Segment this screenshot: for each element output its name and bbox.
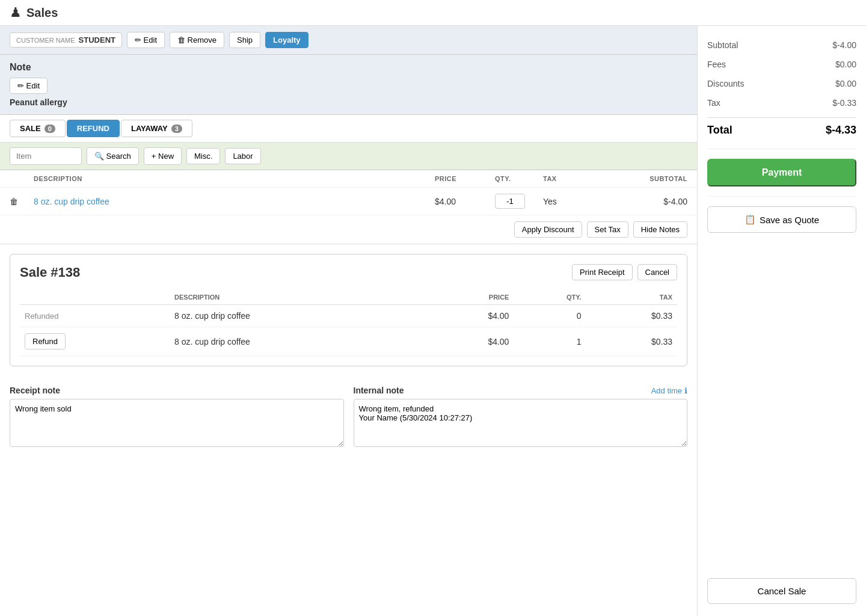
print-receipt-button[interactable]: Print Receipt — [572, 264, 632, 280]
add-time-label: Add time — [651, 386, 682, 395]
sale-row-qty-1: 0 — [514, 305, 586, 327]
summary-total: Total $-4.33 — [707, 117, 856, 139]
hide-notes-button[interactable]: Hide Notes — [633, 221, 687, 238]
sale-col-tax: TAX — [586, 290, 677, 305]
customer-name-badge: CUSTOMER NAME STUDENT — [10, 32, 122, 48]
remove-customer-button[interactable]: 🗑 Remove — [170, 32, 224, 48]
internal-note-box: Internal note Add time ℹ Wrong item, ref… — [354, 386, 688, 447]
item-price: $4.00 — [435, 197, 495, 206]
summary-subtotal: Subtotal $-4.00 — [707, 38, 856, 52]
table-row: 🗑 8 oz. cup drip coffee $4.00 Yes $-4.00 — [0, 188, 697, 215]
items-table-header: DESCRIPTION PRICE QTY. TAX SUBTOTAL — [0, 170, 697, 188]
summary-divider-2 — [707, 196, 856, 197]
discounts-label: Discounts — [707, 79, 744, 88]
note-content: Peanut allergy — [10, 97, 687, 107]
item-subtotal: $-4.00 — [615, 197, 687, 206]
fees-value: $0.00 — [835, 60, 856, 69]
app-header: ♟ Sales — [0, 0, 866, 26]
save-as-quote-button[interactable]: 📋 Save as Quote — [707, 206, 856, 233]
sale-col-price: PRICE — [423, 290, 514, 305]
sale-card: Sale #138 Print Receipt Cancel DESCRIPTI… — [10, 254, 687, 366]
quote-icon: 📋 — [745, 214, 756, 225]
item-search-input[interactable] — [10, 147, 82, 165]
sale-row-tax-2: $0.33 — [586, 327, 677, 356]
cancel-sale-button[interactable]: Cancel Sale — [707, 578, 856, 604]
new-item-button[interactable]: + New — [144, 147, 182, 165]
note-section: Note ✏ Edit Peanut allergy — [0, 55, 697, 115]
item-qty-cell — [495, 194, 543, 209]
spacer — [707, 238, 856, 573]
payment-button[interactable]: Payment — [707, 159, 856, 186]
sale-table-header-row: DESCRIPTION PRICE QTY. TAX — [20, 290, 677, 305]
sale-row-price-2: $4.00 — [423, 327, 514, 356]
internal-note-textarea[interactable]: Wrong item, refunded Your Name (5/30/202… — [354, 399, 688, 447]
sale-row-status-2: Refund — [20, 327, 170, 356]
save-quote-label: Save as Quote — [760, 215, 819, 225]
tax-label: Tax — [707, 98, 720, 108]
customer-name-label: CUSTOMER NAME — [16, 37, 75, 44]
edit-note-button[interactable]: ✏ Edit — [10, 78, 48, 94]
col-tax: TAX — [543, 175, 615, 182]
internal-note-title: Internal note — [354, 386, 404, 395]
receipt-note-box: Receipt note Wrong item sold — [10, 386, 344, 447]
loyalty-button[interactable]: Loyalty — [265, 32, 309, 48]
right-panel: Subtotal $-4.00 Fees $0.00 Discounts $0.… — [698, 26, 866, 616]
tab-sale-label: SALE — [20, 124, 41, 133]
notes-row: Receipt note Wrong item sold Internal no… — [0, 376, 697, 457]
subtotal-value: $-4.00 — [832, 40, 856, 50]
search-button[interactable]: 🔍 Search — [87, 147, 139, 165]
sale-row-qty-2: 1 — [514, 327, 586, 356]
total-value: $-4.33 — [826, 124, 856, 137]
discounts-value: $0.00 — [835, 79, 856, 88]
info-icon: ℹ — [684, 386, 687, 395]
col-description: DESCRIPTION — [34, 175, 435, 182]
tab-layaway-label: LAYAWAY — [131, 124, 168, 133]
sale-col-status — [20, 290, 170, 305]
summary-tax: Tax $-0.33 — [707, 96, 856, 110]
item-qty-input[interactable] — [495, 194, 525, 209]
add-time-link[interactable]: Add time ℹ — [651, 386, 687, 395]
sale-row-tax-1: $0.33 — [586, 305, 677, 327]
main-layout: CUSTOMER NAME STUDENT ✏ Edit 🗑 Remove Sh… — [0, 26, 866, 616]
tab-sale-badge: 0 — [45, 125, 55, 133]
sale-row-desc-2: 8 oz. cup drip coffee — [170, 327, 423, 356]
receipt-note-textarea[interactable]: Wrong item sold — [10, 399, 344, 447]
action-row: Apply Discount Set Tax Hide Notes — [0, 215, 697, 244]
sale-row-price-1: $4.00 — [423, 305, 514, 327]
subtotal-label: Subtotal — [707, 40, 738, 50]
total-label: Total — [707, 124, 732, 137]
tab-sale[interactable]: SALE 0 — [10, 120, 66, 137]
sale-row-status-refunded: Refunded — [20, 305, 170, 327]
refund-button[interactable]: Refund — [25, 333, 66, 350]
delete-item-button[interactable]: 🗑 — [10, 197, 34, 206]
item-description[interactable]: 8 oz. cup drip coffee — [34, 197, 435, 206]
col-price: PRICE — [435, 175, 495, 182]
labor-button[interactable]: Labor — [225, 148, 260, 164]
item-tax: Yes — [543, 197, 615, 206]
col-qty: QTY. — [495, 175, 543, 182]
set-tax-button[interactable]: Set Tax — [587, 221, 628, 238]
misc-button[interactable]: Misc. — [186, 148, 220, 164]
tab-refund[interactable]: REFUND — [67, 120, 120, 137]
sale-card-actions: Print Receipt Cancel — [572, 264, 677, 280]
edit-customer-button[interactable]: ✏ Edit — [127, 32, 165, 48]
customer-bar: CUSTOMER NAME STUDENT ✏ Edit 🗑 Remove Sh… — [0, 26, 697, 55]
apply-discount-button[interactable]: Apply Discount — [514, 221, 582, 238]
tab-layaway[interactable]: LAYAWAY 3 — [121, 120, 192, 137]
summary-discounts: Discounts $0.00 — [707, 76, 856, 91]
sale-col-description: DESCRIPTION — [170, 290, 423, 305]
tax-value: $-0.33 — [832, 98, 856, 108]
fees-label: Fees — [707, 60, 726, 69]
ship-button[interactable]: Ship — [229, 32, 260, 48]
sale-table: DESCRIPTION PRICE QTY. TAX Refunded 8 oz… — [20, 290, 677, 356]
cancel-sale-card-button[interactable]: Cancel — [637, 264, 677, 280]
sales-icon: ♟ — [10, 5, 22, 20]
tab-refund-label: REFUND — [77, 124, 109, 133]
sale-title: Sale #138 — [20, 265, 80, 280]
sale-card-header: Sale #138 Print Receipt Cancel — [20, 264, 677, 280]
app-container: ♟ Sales CUSTOMER NAME STUDENT ✏ Edit 🗑 R… — [0, 0, 866, 616]
customer-name-value: STUDENT — [79, 35, 115, 45]
col-delete — [10, 175, 34, 182]
sale-row-desc-1: 8 oz. cup drip coffee — [170, 305, 423, 327]
receipt-note-title: Receipt note — [10, 386, 344, 395]
